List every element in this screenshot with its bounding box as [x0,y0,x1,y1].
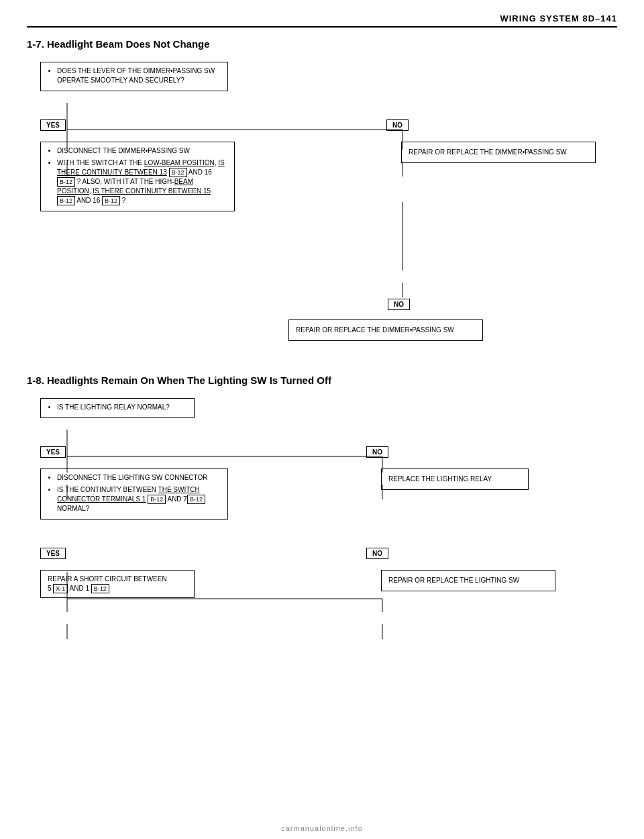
section18-right-box2: REPAIR OR REPLACE THE LIGHTING SW [381,570,555,591]
section18-spacer1 [27,418,617,446]
section17-ul1: LOW-BEAM POSITION [144,159,215,166]
section17-no-box: NO [386,119,409,131]
header-bar: WIRING SYSTEM 8D–141 [27,13,617,28]
section18-tag2: B-12 [187,495,205,504]
section17-right-box1-text: REPAIR OR REPLACE THE DIMMER•PASSING SW [409,148,567,156]
section18-no-box: NO [366,446,388,458]
section17-bullet1: DOES THE LEVER OF THE DIMMER•PASSING SW … [57,66,221,85]
section18-left1-b1: DISCONNECT THE LIGHTING SW CONNECTOR [57,473,221,483]
section18-bullet1: IS THE LIGHTING RELAY NORMAL? [57,403,187,412]
section18-right-box1: REPLACE THE LIGHTING RELAY [381,468,529,490]
watermark: carmanualonline.info [281,824,363,832]
section18-spacer3 [27,520,617,548]
section18-no2-box: NO [366,548,388,559]
section18-left1-b2: IS THE CONTINUITY BETWEEN THE SWITCH CON… [57,485,221,513]
section18-right-box2-text: REPAIR OR REPLACE THE LIGHTING SW [388,577,519,584]
section17-right-box1-container: REPAIR OR REPLACE THE DIMMER•PASSING SW [401,142,596,163]
section17-tag2: B-12 [57,177,75,187]
section17-yn-row: YES NO [27,119,617,131]
section17-tag3: B-12 [57,196,75,205]
section17-start-box: DOES THE LEVER OF THE DIMMER•PASSING SW … [40,62,617,91]
section17-right-box2-container: REPAIR OR REPLACE THE DIMMER•PASSING SW [288,319,483,341]
section17-right-box2-row: REPAIR OR REPLACE THE DIMMER•PASSING SW [27,319,617,341]
header-title: WIRING SYSTEM 8D–141 [500,13,617,23]
section18-yes2-label: YES [40,548,66,559]
section18-right-box1-container: REPLACE THE LIGHTING RELAY [381,468,529,490]
section18-yes-label: YES [40,446,66,458]
section18-tag1: B-12 [148,495,166,504]
section18-row2: REPAIR A SHORT CIRCUIT BETWEEN 5 X-1 AND… [27,570,617,598]
page: WIRING SYSTEM 8D–141 1-7. Headlight Beam… [0,0,644,839]
section-18-title: 1-8. Headlights Remain On When The Light… [27,375,617,386]
section18-ul1: THE SWITCH CONNECTOR TERMINALS 1 [57,486,200,503]
section-17-title: 1-7. Headlight Beam Does Not Change [27,38,617,50]
section17-ul4: IS THERE CONTINUITY BETWEEN 15 [93,187,211,195]
section18-start-box: IS THE LIGHTING RELAY NORMAL? [40,398,617,418]
section-18: 1-8. Headlights Remain On When The Light… [27,375,617,598]
section18-row1: DISCONNECT THE LIGHTING SW CONNECTOR IS … [27,468,617,520]
section17-no2-row: NO [27,299,617,310]
section18-spacer2 [27,458,617,468]
section18-spacer4 [27,559,617,570]
section-17: 1-7. Headlight Beam Does Not Change [27,38,617,341]
section17-yes-box: YES [40,119,66,131]
section18-left-box2: REPAIR A SHORT CIRCUIT BETWEEN 5 X-1 AND… [40,570,195,598]
section18-yn-row: YES NO [27,446,617,458]
section18-left-box1: DISCONNECT THE LIGHTING SW CONNECTOR IS … [40,468,228,520]
section17-content-row: DISCONNECT THE DIMMER•PASSING SW WITH TH… [27,142,617,211]
section18-right-box1-text: REPLACE THE LIGHTING RELAY [388,475,492,483]
section17-left-bullet2: WITH THE SWITCH AT THE LOW-BEAM POSITION… [57,158,227,205]
section18-no2-label: NO [366,548,388,559]
section17-right-box1: REPAIR OR REPLACE THE DIMMER•PASSING SW [401,142,596,163]
section17-spacer2 [27,131,617,142]
section17-no2-box: NO [388,299,410,310]
section17-right-box2-text: REPAIR OR REPLACE THE DIMMER•PASSING SW [296,326,454,334]
section17-start-content: DOES THE LEVER OF THE DIMMER•PASSING SW … [40,62,228,91]
section17-spacer3 [27,211,617,299]
section18-left-box1-content: DISCONNECT THE LIGHTING SW CONNECTOR IS … [40,468,228,520]
section17-tag1: B-12 [169,168,187,177]
section18-tag3: X-1 [53,584,68,593]
section17-no2-label: NO [388,299,410,310]
section17-left-box: DISCONNECT THE DIMMER•PASSING SW WITH TH… [40,142,235,211]
section18-left-box2-content: REPAIR A SHORT CIRCUIT BETWEEN 5 X-1 AND… [40,570,195,598]
section17-spacer4 [27,310,617,319]
section17-yes-label: YES [40,119,66,131]
section17-left-content: DISCONNECT THE DIMMER•PASSING SW WITH TH… [40,142,235,211]
section18-yes-box: YES [40,446,66,458]
section18-yes2-box: YES [40,548,66,559]
section18-yn2-row: YES NO [27,548,617,559]
section18-no-label: NO [366,446,388,458]
section18-start-content: IS THE LIGHTING RELAY NORMAL? [40,398,195,418]
section17-right-box2: REPAIR OR REPLACE THE DIMMER•PASSING SW [288,319,483,341]
section17-spacer1 [27,91,617,119]
section17-tag4: B-12 [102,196,120,205]
section18-tag4: B-12 [91,584,109,593]
section18-right-box2-container: REPAIR OR REPLACE THE LIGHTING SW [381,570,555,591]
section17-no-label: NO [386,119,409,131]
section17-left-bullet1: DISCONNECT THE DIMMER•PASSING SW [57,146,227,156]
